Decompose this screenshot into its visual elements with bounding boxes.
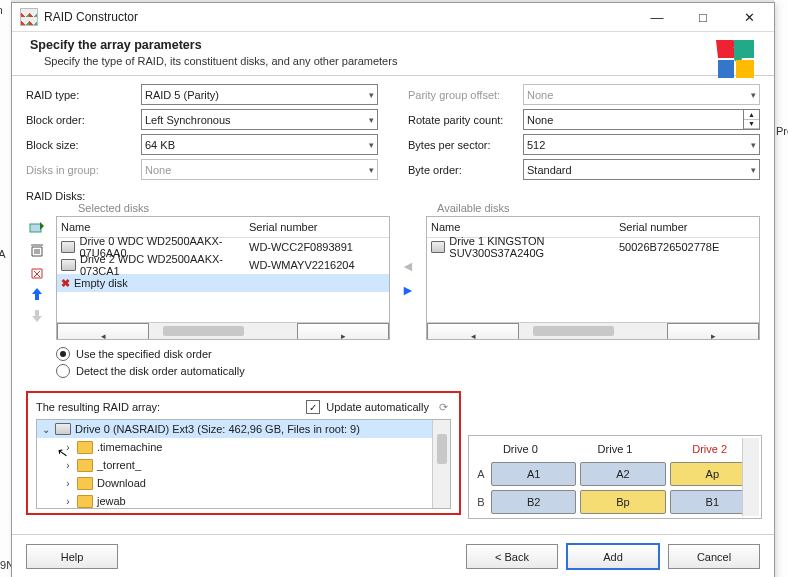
tree-label: _torrent_: [97, 459, 141, 471]
minimize-button[interactable]: ―: [634, 3, 680, 31]
folder-icon: [77, 477, 93, 490]
block-size-select[interactable]: 64 KB▾: [141, 134, 378, 155]
help-button[interactable]: Help: [26, 544, 118, 569]
close-button[interactable]: ✕: [726, 3, 772, 31]
folder-icon: [77, 459, 93, 472]
byte-order-label: Byte order:: [408, 164, 523, 176]
svg-rect-0: [30, 224, 41, 232]
rotate-parity-spinner[interactable]: None ▲▼: [523, 109, 760, 130]
expand-icon[interactable]: ›: [63, 496, 73, 507]
block-cell[interactable]: A1: [491, 462, 576, 486]
col-serial: Serial number: [249, 221, 389, 233]
titlebar: RAID Constructor ― □ ✕: [12, 3, 774, 32]
disk-row[interactable]: Drive 1 KINGSTON SUV300S37A240G50026B726…: [427, 238, 759, 256]
collapse-icon[interactable]: ⌄: [41, 424, 51, 435]
chevron-down-icon: ▾: [369, 115, 374, 125]
result-highlight-box: The resulting RAID array: ✓ Update autom…: [26, 391, 461, 515]
block-cell[interactable]: B2: [491, 490, 576, 514]
spin-up-icon[interactable]: ▲: [744, 110, 759, 120]
chevron-down-icon: ▾: [751, 165, 756, 175]
block-size-label: Block size:: [26, 139, 141, 151]
col-name: Name: [57, 221, 249, 233]
drive-row: BB2BpB1: [473, 490, 757, 514]
tree-node[interactable]: ›.timemachine: [37, 438, 450, 456]
chevron-down-icon: ▾: [369, 165, 374, 175]
radio-detect-auto[interactable]: Detect the disk order automatically: [56, 364, 760, 378]
block-cell[interactable]: Bp: [580, 490, 665, 514]
tree-root-label: Drive 0 (NASRAID) Ext3 (Size: 462,96 GB,…: [75, 423, 360, 435]
hdd-icon: [61, 259, 76, 271]
cursor-icon: ↖: [56, 444, 69, 461]
tree-label: jewab: [97, 495, 126, 507]
drive-header: Drive 0: [473, 440, 568, 458]
cancel-button[interactable]: Cancel: [668, 544, 760, 569]
add-disk-icon[interactable]: [29, 220, 45, 236]
chevron-down-icon: ▾: [751, 90, 756, 100]
result-tree[interactable]: ⌄ Drive 0 (NASRAID) Ext3 (Size: 462,96 G…: [36, 419, 451, 509]
selected-disks-panel[interactable]: Name Serial number Drive 0 WDC WD2500AAK…: [56, 216, 390, 340]
disks-in-group-label: Disks in group:: [26, 164, 141, 176]
folder-icon: [77, 441, 93, 454]
raid-type-label: RAID type:: [26, 89, 141, 101]
v-scrollbar[interactable]: [742, 438, 759, 516]
tree-node[interactable]: ›jewab: [37, 492, 450, 509]
hdd-icon: [61, 241, 75, 253]
back-button[interactable]: < Back: [466, 544, 558, 569]
chevron-down-icon: ▾: [369, 140, 374, 150]
radio-label: Use the specified disk order: [76, 348, 212, 360]
move-up-icon[interactable]: [29, 286, 45, 302]
svg-rect-2: [35, 310, 39, 316]
radio-icon: [56, 364, 70, 378]
update-auto-checkbox[interactable]: ✓: [306, 400, 320, 414]
move-right-icon[interactable]: ►: [401, 282, 415, 298]
clear-disks-icon[interactable]: [29, 264, 45, 280]
hdd-icon: [55, 423, 71, 435]
drive-layout-table: Drive 0Drive 1Drive 2 AA1A2ApBB2BpB1: [468, 435, 762, 519]
wizard-footer: Help < Back Add Cancel: [12, 534, 774, 577]
radio-icon: [56, 347, 70, 361]
tree-root[interactable]: ⌄ Drive 0 (NASRAID) Ext3 (Size: 462,96 G…: [37, 420, 450, 438]
empty-disk-icon: ✖: [61, 277, 70, 290]
maximize-button[interactable]: □: [680, 3, 726, 31]
hdd-icon: [431, 241, 445, 253]
chevron-down-icon: ▾: [751, 140, 756, 150]
refresh-icon[interactable]: ⟳: [435, 399, 451, 415]
expand-icon[interactable]: ›: [63, 460, 73, 471]
h-scrollbar[interactable]: ◂▸: [427, 322, 759, 339]
disk-name: Drive 2 WDC WD2500AAKX-073CA1: [80, 253, 249, 277]
spin-down-icon[interactable]: ▼: [744, 120, 759, 130]
byte-order-select[interactable]: Standard▾: [523, 159, 760, 180]
tree-label: Download: [97, 477, 146, 489]
radio-use-specified[interactable]: Use the specified disk order: [56, 347, 760, 361]
window-title: RAID Constructor: [44, 10, 138, 24]
move-down-icon: [29, 308, 45, 324]
drive-header: Drive 1: [568, 440, 663, 458]
raid-type-select[interactable]: RAID 5 (Parity)▾: [141, 84, 378, 105]
v-scrollbar[interactable]: [432, 420, 450, 508]
svg-rect-1: [35, 294, 39, 300]
wizard-header: Specify the array parameters Specify the…: [12, 32, 774, 75]
row-label: B: [473, 496, 489, 508]
tree-node[interactable]: ›_torrent_: [37, 456, 450, 474]
chevron-down-icon: ▾: [369, 90, 374, 100]
disk-row[interactable]: ✖Empty disk: [57, 274, 389, 292]
tree-node[interactable]: ›Download: [37, 474, 450, 492]
available-disks-label: Available disks: [437, 202, 760, 214]
bytes-per-sector-select[interactable]: 512▾: [523, 134, 760, 155]
available-disks-panel[interactable]: Name Serial number Drive 1 KINGSTON SUV3…: [426, 216, 760, 340]
col-serial: Serial number: [619, 221, 759, 233]
expand-icon[interactable]: ›: [63, 478, 73, 489]
disk-serial: WD-WCC2F0893891: [249, 241, 389, 253]
bg-text: Pre: [776, 125, 788, 137]
block-order-select[interactable]: Left Synchronous▾: [141, 109, 378, 130]
block-cell[interactable]: A2: [580, 462, 665, 486]
raid-disks-label: RAID Disks:: [26, 190, 760, 202]
bg-text: Kom: [0, 4, 3, 16]
puzzle-icon: [714, 36, 762, 84]
disk-name: Empty disk: [74, 277, 128, 289]
h-scrollbar[interactable]: ◂▸: [57, 322, 389, 339]
disk-row[interactable]: Drive 2 WDC WD2500AAKX-073CA1WD-WMAYV221…: [57, 256, 389, 274]
delete-disk-icon[interactable]: [29, 242, 45, 258]
selected-disks-label: Selected disks: [78, 202, 401, 214]
add-button[interactable]: Add: [566, 543, 660, 570]
